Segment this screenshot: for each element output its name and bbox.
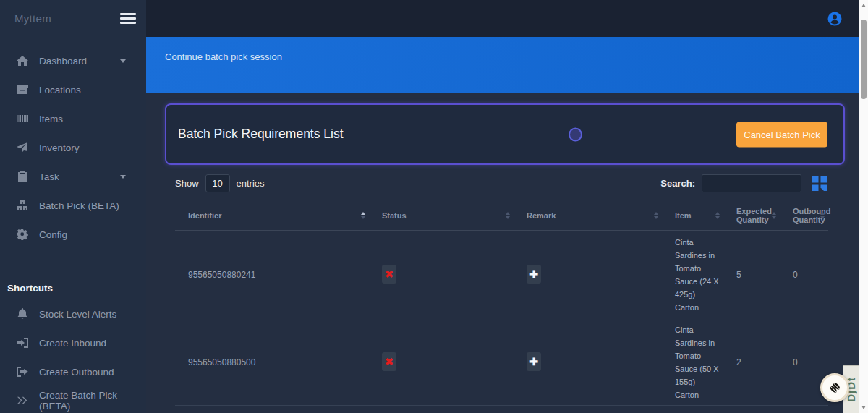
- menu-toggle-icon[interactable]: [120, 11, 136, 27]
- top-navbar: [146, 0, 859, 37]
- add-remark-button[interactable]: ✚: [527, 352, 541, 371]
- shortcut-create-outbound[interactable]: Create Outbound: [0, 357, 146, 386]
- sort-asc-icon: [772, 212, 776, 215]
- shortcut-label: Create Outbound: [39, 367, 114, 378]
- sidebar-item-label: Locations: [39, 85, 81, 95]
- card-title: Batch Pick Requirements List: [178, 127, 344, 142]
- shortcut-label: Create Batch Pick (BETA): [39, 390, 135, 412]
- outbound-quantity-cell: 0: [793, 357, 798, 367]
- chevron-down-icon: [120, 59, 126, 63]
- shortcuts-heading: Shortcuts: [7, 283, 146, 294]
- sort-icons: [654, 212, 658, 219]
- send-icon: [16, 141, 29, 154]
- sidebar-item-label: Batch Pick (BETA): [39, 200, 119, 211]
- barcode-icon: [16, 112, 29, 125]
- sidebar-item-locations[interactable]: Locations: [0, 75, 146, 104]
- sidebar-item-items[interactable]: Items: [0, 104, 146, 133]
- sort-icons: [361, 212, 365, 219]
- column-header-status[interactable]: Status: [369, 200, 514, 231]
- status-failed-button[interactable]: ✖: [382, 352, 396, 371]
- sidebar-item-label: Config: [39, 229, 67, 240]
- shortcut-create-batch-pick[interactable]: Create Batch Pick (BETA): [0, 386, 146, 413]
- sidebar-item-config[interactable]: Config: [0, 220, 146, 249]
- boxes-icon: [16, 199, 29, 212]
- table-row: 95565050880241 ✖ ✚ Cinta Sardines in Tom…: [175, 231, 828, 318]
- chevron-down-icon: [120, 175, 126, 179]
- table-row: 95565051680482 ✖ ✚ REX Cuttlefish in Soy…: [175, 406, 828, 413]
- status-failed-button[interactable]: ✖: [382, 265, 396, 284]
- sign-out-icon: [16, 365, 29, 378]
- cross-icon: ✖: [385, 357, 393, 367]
- search-input[interactable]: [702, 174, 801, 192]
- shortcut-label: Stock Level Alerts: [39, 309, 116, 320]
- search-label: Search:: [660, 178, 695, 189]
- column-header-outbound-quantity[interactable]: Outbound Quantity: [780, 200, 828, 231]
- chat-launcher-button[interactable]: [820, 373, 849, 402]
- loading-spinner-icon: [569, 127, 582, 141]
- plus-icon: ✚: [529, 357, 538, 367]
- plus-icon: ✚: [529, 269, 538, 279]
- cancel-batch-pick-button[interactable]: Cancel Batch Pick: [736, 122, 827, 147]
- sidebar: Myttem Dashboard Locations Items Invento…: [0, 0, 146, 413]
- sort-desc-icon: [772, 216, 776, 219]
- shortcut-label: Create Inbound: [39, 338, 106, 349]
- double-chevron-right-icon: [16, 394, 29, 407]
- sort-desc-icon: [715, 216, 720, 219]
- sidebar-item-inventory[interactable]: Inventory: [0, 133, 146, 162]
- bell-icon: [16, 307, 29, 320]
- requirements-table: Identifier Status Remark Item: [175, 200, 828, 413]
- sidebar-item-task[interactable]: Task: [0, 162, 146, 191]
- item-cell: Cinta Sardines in Tomato Sauce (24 X 425…: [675, 238, 719, 312]
- scroll-down-icon[interactable]: [861, 406, 866, 409]
- sort-asc-icon: [654, 212, 658, 215]
- show-label: Show: [175, 178, 199, 189]
- cross-icon: ✖: [385, 269, 393, 279]
- item-cell: Cinta Sardines in Tomato Sauce (50 X 155…: [675, 325, 719, 399]
- column-header-identifier[interactable]: Identifier: [175, 200, 369, 231]
- sort-asc-icon: [506, 212, 510, 215]
- sort-icons: [772, 212, 776, 219]
- sort-asc-icon: [820, 212, 825, 215]
- requirements-card: Batch Pick Requirements List Cancel Batc…: [165, 103, 845, 165]
- sidebar-item-label: Items: [39, 114, 63, 124]
- entries-label: entries: [237, 178, 265, 189]
- sort-icons: [506, 212, 510, 219]
- main-area: Batch Pick Continue batch pick session B…: [146, 0, 859, 413]
- grid-view-icon[interactable]: [811, 175, 828, 192]
- page-size-select[interactable]: 10: [205, 174, 230, 192]
- sort-desc-icon: [820, 216, 825, 219]
- user-account-icon[interactable]: [827, 12, 842, 26]
- page-banner: Batch Pick Continue batch pick session: [146, 37, 859, 93]
- clipboard-icon: [16, 170, 29, 183]
- expected-quantity-cell: 2: [736, 357, 741, 367]
- sort-desc-icon: [506, 216, 510, 219]
- sort-icons: [820, 212, 825, 219]
- scrollbar-thumb[interactable]: [861, 20, 867, 99]
- archive-box-icon: [16, 83, 29, 96]
- sidebar-item-label: Task: [39, 171, 59, 182]
- sort-desc-icon: [361, 216, 365, 219]
- sidebar-item-dashboard[interactable]: Dashboard: [0, 46, 146, 75]
- shortcut-stock-level-alerts[interactable]: Stock Level Alerts: [0, 299, 146, 328]
- vertical-scrollbar[interactable]: [859, 0, 868, 413]
- expected-quantity-cell: 5: [736, 270, 741, 280]
- beans-icon: [827, 380, 842, 395]
- column-header-expected-quantity[interactable]: Expected Quantity: [723, 200, 780, 231]
- sidebar-item-batch-pick[interactable]: Batch Pick (BETA): [0, 191, 146, 220]
- scroll-up-icon[interactable]: [861, 4, 866, 7]
- sort-desc-icon: [654, 216, 658, 219]
- identifier-cell: 95565050880500: [188, 357, 255, 367]
- table-header-row: Identifier Status Remark Item: [175, 200, 828, 231]
- column-header-remark[interactable]: Remark: [514, 200, 662, 231]
- sign-in-icon: [16, 336, 29, 349]
- add-remark-button[interactable]: ✚: [527, 265, 541, 284]
- sidebar-item-label: Inventory: [39, 142, 80, 153]
- table-controls: Show 10 entries Search:: [175, 174, 828, 192]
- sort-icons: [715, 212, 720, 219]
- gear-icon: [16, 228, 29, 241]
- outbound-quantity-cell: 0: [793, 270, 798, 280]
- column-header-item[interactable]: Item: [662, 200, 723, 231]
- table-row: 95565050880500 ✖ ✚ Cinta Sardines in Tom…: [175, 318, 828, 406]
- identifier-cell: 95565050880241: [188, 270, 255, 280]
- shortcut-create-inbound[interactable]: Create Inbound: [0, 328, 146, 357]
